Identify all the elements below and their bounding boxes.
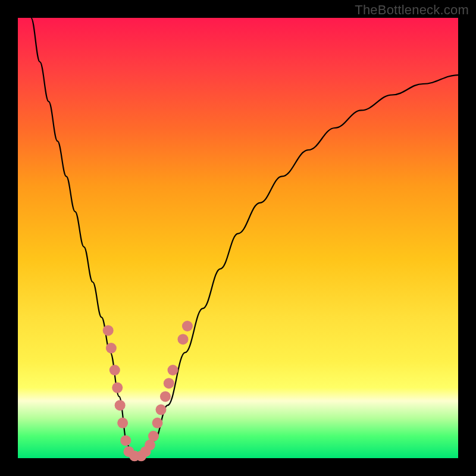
bottleneck-curve <box>31 18 458 456</box>
data-marker <box>152 418 163 428</box>
plot-area <box>18 18 458 458</box>
data-marker <box>178 334 189 345</box>
data-marker <box>103 325 114 336</box>
chart-svg <box>18 18 458 458</box>
data-marker <box>167 365 178 375</box>
data-marker <box>115 400 126 411</box>
data-marker <box>182 321 193 331</box>
data-marker <box>164 378 174 389</box>
data-marker <box>106 343 117 353</box>
data-marker <box>120 435 131 446</box>
data-marker <box>117 418 128 428</box>
data-marker <box>148 431 159 441</box>
data-marker <box>112 383 123 393</box>
data-marker <box>109 365 120 375</box>
watermark-text: TheBottleneck.com <box>355 2 469 18</box>
marker-group <box>103 321 193 461</box>
data-marker <box>156 405 167 415</box>
chart-frame: TheBottleneck.com <box>0 0 476 476</box>
data-marker <box>160 391 171 402</box>
